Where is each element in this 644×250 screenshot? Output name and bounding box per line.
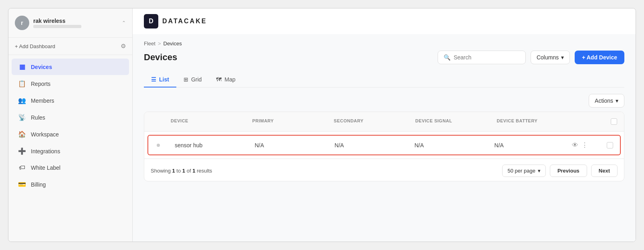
- sidebar-item-billing-label: Billing: [31, 181, 46, 188]
- row-checkbox-cell: [600, 136, 620, 154]
- previous-button[interactable]: Previous: [550, 165, 587, 177]
- add-dashboard-button[interactable]: + Add Dashboard: [15, 43, 55, 49]
- per-page-chevron-icon: ▾: [538, 168, 541, 174]
- th-secondary: SECONDARY: [327, 116, 409, 127]
- row-device-name: sensor hub: [168, 136, 248, 154]
- username: rak wireless: [33, 18, 122, 24]
- sidebar-item-members-label: Members: [31, 98, 54, 104]
- row-device-battery: N/A: [488, 136, 568, 154]
- sidebar-header: r rak wireless ⌃: [8, 8, 132, 38]
- sidebar-item-members[interactable]: 👥 Members: [12, 92, 129, 109]
- actions-button[interactable]: Actions ▾: [589, 94, 624, 108]
- sidebar: r rak wireless ⌃ + Add Dashboard ⚙ ▦ Dev…: [8, 8, 133, 242]
- next-button[interactable]: Next: [591, 165, 618, 177]
- table-container: DEVICE PRIMARY SECONDARY DEVICE SIGNAL D…: [144, 112, 624, 181]
- table-header: DEVICE PRIMARY SECONDARY DEVICE SIGNAL D…: [144, 112, 624, 132]
- row-actions: 👁 ⋮: [568, 136, 600, 154]
- more-options-icon[interactable]: ⋮: [581, 141, 588, 149]
- logo-area: D DATACAKE: [144, 14, 207, 28]
- th-primary: PRIMARY: [246, 116, 327, 127]
- view-icon[interactable]: 👁: [572, 142, 578, 149]
- main-content: D DATACAKE Fleet > Devices Devices 🔍: [133, 8, 636, 242]
- sidebar-actions: + Add Dashboard ⚙: [8, 38, 132, 55]
- th-checkbox: [604, 116, 624, 127]
- per-page-select[interactable]: 50 per page ▾: [502, 165, 545, 177]
- pagination-from: 1: [172, 168, 175, 174]
- breadcrumb-current: Devices: [164, 41, 182, 47]
- sidebar-item-workspace-label: Workspace: [31, 131, 59, 138]
- columns-chevron-icon: ▾: [561, 54, 564, 61]
- row-status-dot: [148, 138, 168, 152]
- grid-icon: ⊞: [184, 76, 188, 83]
- sidebar-item-rules[interactable]: 📡 Rules: [12, 109, 129, 126]
- breadcrumb: Fleet > Devices: [144, 34, 624, 51]
- row-secondary: N/A: [328, 136, 408, 154]
- sidebar-item-integrations[interactable]: ➕ Integrations: [12, 143, 129, 159]
- breadcrumb-separator: >: [158, 41, 161, 47]
- row-primary: N/A: [248, 136, 328, 154]
- devices-icon: ▦: [18, 63, 26, 71]
- avatar: r: [15, 16, 29, 30]
- rules-icon: 📡: [18, 114, 26, 121]
- tab-map[interactable]: 🗺 Map: [209, 72, 242, 87]
- page-area: Fleet > Devices Devices 🔍 Columns ▾: [133, 34, 636, 242]
- list-icon: ☰: [151, 76, 156, 83]
- page-header: Devices 🔍 Columns ▾ + Add Device: [144, 51, 624, 64]
- search-box[interactable]: 🔍: [438, 51, 526, 64]
- showing-text: Showing 1 to 1 of 1 results: [151, 168, 212, 174]
- user-info: rak wireless: [33, 18, 122, 28]
- members-icon: 👥: [18, 97, 26, 104]
- actions-label: Actions: [595, 98, 613, 104]
- tab-grid-label: Grid: [191, 76, 202, 83]
- pagination-right: 50 per page ▾ Previous Next: [502, 165, 618, 177]
- row-checkbox[interactable]: [607, 142, 613, 148]
- reports-icon: 📋: [18, 80, 26, 87]
- pagination-to-label: to: [176, 168, 181, 174]
- showing-label: Showing: [151, 168, 171, 174]
- columns-label: Columns: [537, 54, 559, 61]
- topbar: D DATACAKE: [133, 8, 636, 34]
- th-device-signal: DEVICE SIGNAL: [409, 116, 490, 127]
- pagination-to: 1: [182, 168, 185, 174]
- sidebar-item-billing[interactable]: 💳 Billing: [12, 176, 129, 193]
- sidebar-item-white-label[interactable]: 🏷 White Label: [12, 160, 129, 176]
- header-checkbox[interactable]: [611, 118, 617, 125]
- billing-icon: 💳: [18, 181, 26, 188]
- pagination-results-label: results: [197, 168, 212, 174]
- integrations-icon: ➕: [18, 147, 26, 155]
- pagination-total: 1: [192, 168, 195, 174]
- th-actions-col: [572, 116, 604, 127]
- tab-list[interactable]: ☰ List: [144, 72, 176, 87]
- pagination-row: Showing 1 to 1 of 1 results 50 per page …: [144, 159, 624, 181]
- columns-button[interactable]: Columns ▾: [531, 51, 570, 64]
- tab-grid[interactable]: ⊞ Grid: [176, 72, 209, 87]
- user-sub: [33, 25, 81, 28]
- chevron-icon[interactable]: ⌃: [122, 20, 126, 26]
- gear-icon[interactable]: ⚙: [121, 43, 126, 50]
- sidebar-item-workspace[interactable]: 🏠 Workspace: [12, 126, 129, 142]
- sidebar-nav: ▦ Devices 📋 Reports 👥 Members 📡 Rules 🏠 …: [8, 55, 132, 242]
- sidebar-item-reports[interactable]: 📋 Reports: [12, 75, 129, 92]
- add-device-button[interactable]: + Add Device: [575, 51, 624, 64]
- per-page-label: 50 per page: [507, 168, 535, 174]
- th-status: [144, 116, 164, 127]
- tab-map-label: Map: [224, 76, 235, 83]
- header-right: 🔍 Columns ▾ + Add Device: [438, 51, 624, 64]
- sidebar-item-integrations-label: Integrations: [31, 148, 60, 154]
- row-device-signal: N/A: [408, 136, 488, 154]
- map-icon: 🗺: [216, 76, 222, 83]
- search-icon: 🔍: [444, 54, 450, 61]
- logo-box: D: [144, 14, 158, 28]
- tabs: ☰ List ⊞ Grid 🗺 Map: [144, 72, 624, 87]
- tab-list-label: List: [159, 76, 169, 83]
- pagination-of-label: of: [187, 168, 191, 174]
- th-device-battery: DEVICE BATTERY: [491, 116, 572, 127]
- th-device: DEVICE: [164, 116, 246, 127]
- sidebar-item-devices[interactable]: ▦ Devices: [12, 59, 129, 75]
- search-input[interactable]: [454, 54, 520, 61]
- page-title: Devices: [144, 52, 177, 63]
- logo-text: DATACAKE: [162, 18, 207, 25]
- sidebar-item-devices-label: Devices: [31, 64, 52, 70]
- actions-chevron-icon: ▾: [616, 98, 618, 104]
- table-row: sensor hub N/A N/A N/A N/A 👁 ⋮: [147, 135, 621, 155]
